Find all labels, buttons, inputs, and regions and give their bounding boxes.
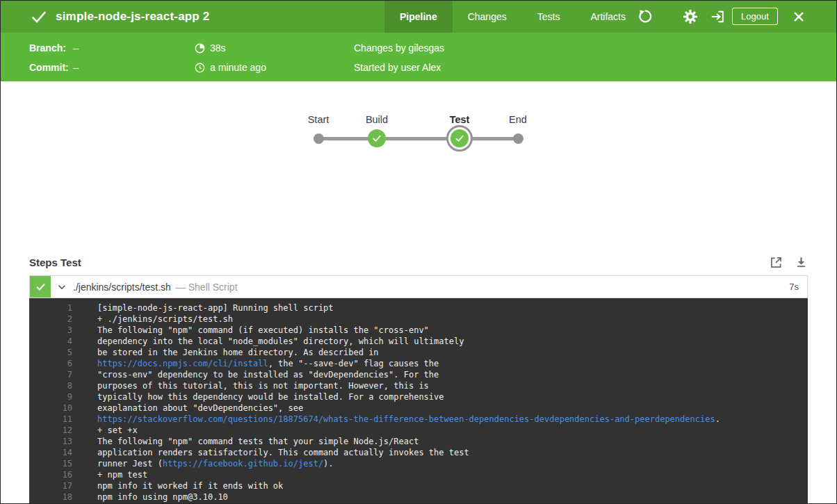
line-text: exaplanation about "devDependencies", se… <box>97 403 303 413</box>
go-to-classic-icon[interactable] <box>706 0 729 33</box>
step-name: ./jenkins/scripts/test.sh <box>73 282 171 293</box>
console-text: exaplanation about "devDependencies", se… <box>97 403 303 413</box>
tab-changes[interactable]: Changes <box>453 0 522 33</box>
line-number[interactable]: 5 <box>29 347 72 358</box>
console-line: 13The following "npm" command tests that… <box>29 436 808 447</box>
close-icon[interactable]: × <box>786 0 811 33</box>
duration-info: 38s <box>195 41 226 55</box>
console-line: 15runner Jest (https://facebook.github.i… <box>29 458 808 469</box>
console-text: dependency into the local "node_modules"… <box>97 336 464 346</box>
line-text: The following "npm" command tests that y… <box>97 437 418 446</box>
line-number[interactable]: 12 <box>29 425 72 436</box>
stage-node-test-selected[interactable] <box>446 125 473 152</box>
completed-info: a minute ago <box>195 60 266 74</box>
line-number[interactable]: 15 <box>29 458 72 469</box>
console-text: ). <box>323 459 333 469</box>
console-line: 3The following "npm" command (if execute… <box>29 325 808 336</box>
console-line: 9typically how this dependency would be … <box>29 391 808 403</box>
console-link[interactable]: https://facebook.github.io/jest/ <box>163 459 323 469</box>
console-link[interactable]: https://docs.npmjs.com/cli/install <box>97 359 268 368</box>
line-text: + set +x <box>97 425 138 435</box>
line-number[interactable]: 9 <box>29 391 72 403</box>
tab-artifacts[interactable]: Artifacts <box>575 0 641 33</box>
line-text: https://docs.npmjs.com/cli/install, the … <box>97 359 439 368</box>
line-text: runner Jest (https://facebook.github.io/… <box>97 459 334 469</box>
console-text: + ./jenkins/scripts/test.sh <box>97 314 233 324</box>
line-number[interactable]: 14 <box>29 447 72 458</box>
line-number[interactable]: 18 <box>29 491 72 503</box>
line-text: npm info it worked if it ends with ok <box>97 481 283 491</box>
logout-button[interactable]: Logout <box>732 8 778 25</box>
console-text: The following "npm" command tests that y… <box>97 437 418 446</box>
line-number[interactable]: 16 <box>29 469 72 480</box>
line-text: https://stackoverflow.com/questions/1887… <box>97 414 720 424</box>
line-number[interactable]: 7 <box>29 369 72 380</box>
started-by: Started by user Alex <box>354 60 441 74</box>
stage-node-start[interactable] <box>314 133 324 144</box>
line-number[interactable]: 4 <box>29 336 72 347</box>
console-line: 7"cross-env" dependency to be installed … <box>29 369 808 380</box>
open-in-new-window-icon[interactable] <box>769 255 783 270</box>
line-number[interactable]: 1 <box>29 302 72 314</box>
line-number[interactable]: 11 <box>29 414 72 425</box>
console-line: 2+ ./jenkins/scripts/test.sh <box>29 314 808 325</box>
line-text: The following "npm" command (if executed… <box>97 325 429 335</box>
console-text: runner Jest ( <box>97 459 163 469</box>
changes-by: Changes by gilesgas <box>354 41 444 55</box>
console-line: 4dependency into the local "node_modules… <box>29 336 808 347</box>
tab-pipeline[interactable]: Pipeline <box>384 0 453 33</box>
settings-gear-icon[interactable] <box>678 0 703 33</box>
line-number[interactable]: 6 <box>29 358 72 369</box>
tab-bar: Pipeline Changes Tests Artifacts <box>384 0 641 33</box>
console-text: npm info it worked if it ends with ok <box>97 481 283 491</box>
commit-info: Commit: – <box>29 60 79 74</box>
steps-title: Steps Test <box>29 257 81 268</box>
line-text: purposes of this tutorial, this is not i… <box>97 381 429 391</box>
run-title: simple-node-js-react-app 2 <box>56 0 210 33</box>
stage-node-build[interactable] <box>368 129 386 147</box>
console-line: 10exaplanation about "devDependencies", … <box>29 403 808 414</box>
console-line: 1[simple-node-js-react-app] Running shel… <box>29 302 808 314</box>
console-line: 11https://stackoverflow.com/questions/18… <box>29 414 808 425</box>
console-text: application renders satisfactorily. This… <box>97 448 469 457</box>
duration-timer-icon <box>195 43 205 54</box>
console-line: 16+ npm test <box>29 469 808 480</box>
line-number[interactable]: 2 <box>29 314 72 325</box>
console-log: 1[simple-node-js-react-app] Running shel… <box>29 298 808 504</box>
commit-value: – <box>73 62 79 73</box>
clock-icon <box>195 63 205 73</box>
line-number[interactable]: 17 <box>29 480 72 491</box>
console-link[interactable]: https://stackoverflow.com/questions/1887… <box>97 414 715 424</box>
line-text: be stored in the Jenkins home directory.… <box>97 348 379 357</box>
console-text: + npm test <box>97 470 147 480</box>
duration-value: 38s <box>210 42 226 54</box>
line-number[interactable]: 13 <box>29 436 72 447</box>
line-text: + npm test <box>97 470 147 480</box>
console-line: 8purposes of this tutorial, this is not … <box>29 380 808 391</box>
tab-tests[interactable]: Tests <box>522 0 576 33</box>
line-number[interactable]: 8 <box>29 380 72 391</box>
console-text: "cross-env" dependency to be installed a… <box>97 370 439 380</box>
line-number[interactable]: 10 <box>29 403 72 414</box>
stage-label-build: Build <box>335 114 418 125</box>
steps-header: Steps Test <box>29 252 808 272</box>
line-number[interactable]: 3 <box>29 325 72 336</box>
stage-node-end[interactable] <box>513 133 523 144</box>
console-text: [simple-node-js-react-app] Running shell… <box>97 303 334 313</box>
console-line: 12+ set +x <box>29 425 808 436</box>
console-text: purposes of this tutorial, this is not i… <box>97 381 429 391</box>
stage-success-check-icon <box>450 129 469 147</box>
console-line: 18npm info using npm@3.10.10 <box>29 491 808 503</box>
line-text: "cross-env" dependency to be installed a… <box>97 370 439 380</box>
download-log-icon[interactable] <box>795 256 808 269</box>
chevron-down-icon[interactable] <box>57 282 67 292</box>
console-text: npm info using npm@3.10.10 <box>97 492 228 502</box>
console-text: The following "npm" command (if executed… <box>97 325 429 335</box>
pipeline-graph: StartBuildTestEnd <box>0 81 837 200</box>
console-text: be stored in the Jenkins home directory.… <box>97 348 379 357</box>
run-info-bar: Branch: – Commit: – 38s a minute ago Cha… <box>0 33 837 81</box>
step-row-shell-script[interactable]: ./jenkins/scripts/test.sh — Shell Script… <box>29 275 808 298</box>
completed-value: a minute ago <box>210 62 266 73</box>
console-text: + set +x <box>97 425 138 435</box>
rerun-icon[interactable] <box>633 0 658 33</box>
